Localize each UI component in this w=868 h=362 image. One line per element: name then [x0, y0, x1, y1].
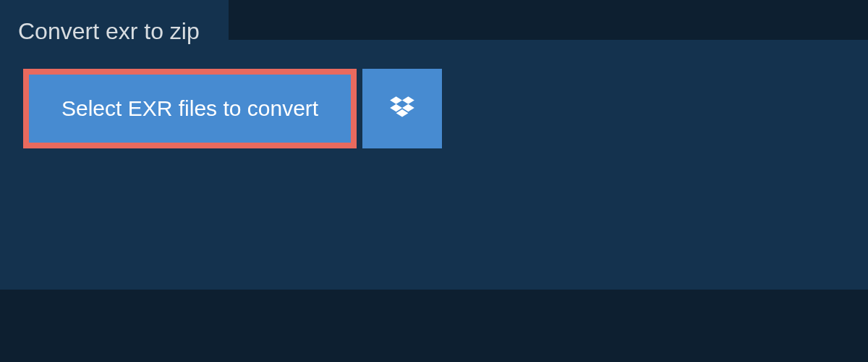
- conversion-tab: Convert exr to zip: [0, 0, 229, 63]
- select-files-button[interactable]: Select EXR files to convert: [29, 75, 351, 143]
- upload-panel: Convert exr to zip Select EXR files to c…: [0, 40, 868, 290]
- dropbox-icon: [387, 93, 417, 124]
- select-button-highlight: Select EXR files to convert: [23, 69, 357, 148]
- dropbox-button[interactable]: [362, 69, 442, 148]
- page-title: Convert exr to zip: [18, 18, 200, 45]
